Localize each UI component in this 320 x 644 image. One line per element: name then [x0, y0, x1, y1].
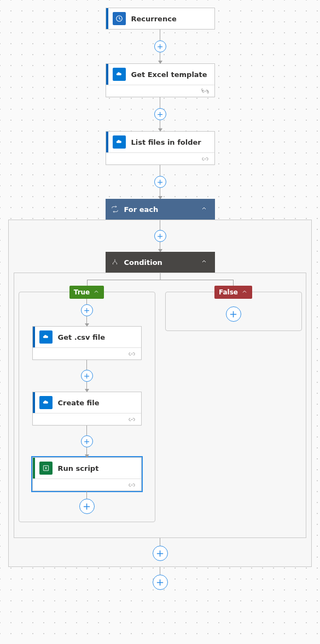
chevron-up-icon: [93, 288, 100, 297]
step-title: Recurrence: [131, 15, 177, 23]
onedrive-icon: [113, 135, 126, 149]
loop-icon: [111, 205, 119, 213]
branch-icon: [111, 258, 119, 266]
onedrive-icon: [39, 396, 53, 409]
link-icon: [33, 413, 141, 425]
add-step-button[interactable]: +: [154, 108, 166, 120]
accent-bar: [33, 392, 35, 413]
accent-bar: [33, 458, 35, 478]
step-title: List files in folder: [131, 138, 201, 146]
step-create-file[interactable]: Create file: [32, 392, 142, 426]
add-step-button[interactable]: +: [154, 230, 166, 242]
add-step-button[interactable]: +: [81, 435, 93, 447]
connector: [86, 491, 87, 499]
connector: +: [81, 426, 93, 457]
step-get-excel-template[interactable]: Get Excel template: [106, 63, 215, 97]
link-icon: [33, 347, 141, 359]
add-step-button[interactable]: +: [154, 176, 166, 188]
step-title: Get .csv file: [58, 333, 106, 341]
onedrive-icon: [113, 68, 126, 81]
connector: [160, 538, 160, 546]
foreach-header[interactable]: For each: [106, 199, 215, 220]
accent-bar: [106, 64, 108, 85]
chevron-up-icon: [201, 258, 207, 267]
accent-bar: [106, 132, 108, 152]
false-tag[interactable]: False: [214, 286, 252, 299]
accent-bar: [33, 327, 35, 347]
add-step-button[interactable]: +: [81, 304, 93, 316]
condition-header[interactable]: Condition: [106, 252, 215, 273]
true-label: True: [74, 288, 90, 296]
onedrive-icon: [39, 330, 53, 344]
foreach-label: For each: [124, 205, 159, 214]
link-icon: [33, 478, 141, 491]
chevron-up-icon: [201, 205, 207, 214]
condition-container: True +: [14, 273, 306, 538]
connector: +: [81, 360, 93, 392]
excel-icon: [39, 462, 53, 475]
add-step-button[interactable]: +: [81, 370, 93, 382]
add-step-button[interactable]: +: [79, 499, 95, 514]
connector: +: [154, 220, 166, 252]
step-title: Create file: [58, 399, 100, 407]
condition-label: Condition: [124, 258, 162, 267]
foreach-container: + Condition: [8, 220, 312, 567]
connector: +: [154, 165, 166, 199]
connector: +: [154, 97, 166, 131]
branch-connector: [87, 273, 234, 292]
add-step-button[interactable]: +: [154, 40, 166, 52]
accent-bar: [106, 8, 108, 29]
step-list-files[interactable]: List files in folder: [106, 131, 215, 165]
add-step-button[interactable]: +: [226, 306, 241, 322]
connector: [160, 567, 160, 575]
add-step-button[interactable]: +: [153, 546, 168, 561]
true-branch: True +: [19, 292, 155, 522]
add-step-button[interactable]: +: [153, 575, 168, 590]
false-branch: False +: [165, 292, 302, 331]
step-recurrence[interactable]: Recurrence: [106, 8, 215, 29]
link-icon: [106, 85, 214, 97]
connector: +: [154, 29, 166, 63]
chevron-up-icon: [241, 288, 248, 297]
true-tag[interactable]: True: [69, 286, 104, 299]
step-title: Get Excel template: [131, 70, 207, 79]
step-title: Run script: [58, 464, 99, 472]
link-icon: [106, 152, 214, 164]
false-label: False: [219, 288, 238, 296]
step-run-script[interactable]: Run script: [32, 457, 142, 491]
flow-canvas: Recurrence + Get Excel template +: [0, 8, 320, 590]
step-get-csv[interactable]: Get .csv file: [32, 326, 142, 360]
clock-icon: [113, 12, 126, 25]
